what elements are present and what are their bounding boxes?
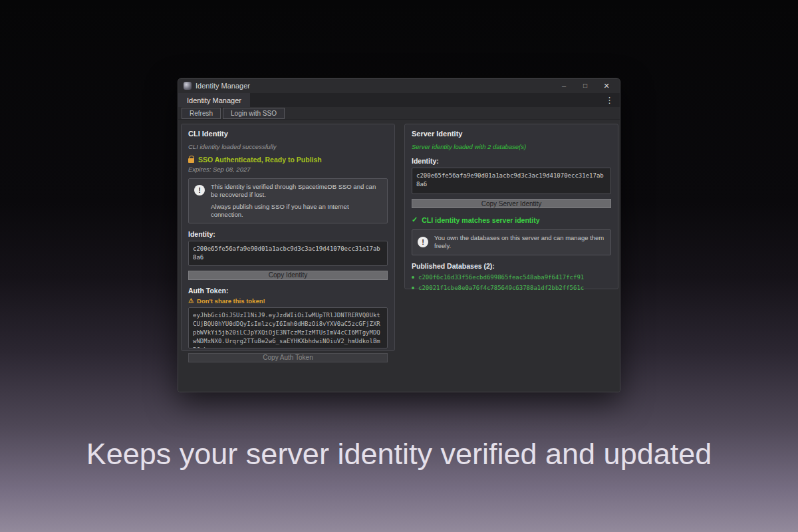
copy-identity-button[interactable]: Copy Identity xyxy=(188,271,388,280)
auth-token-value[interactable]: eyJhbGciOiJSUzI1NiJ9.eyJzdWIiOiIwMUpTRlJ… xyxy=(188,307,388,348)
cli-status-text: CLI identity loaded successfully xyxy=(188,143,388,150)
tab-strip: Identity Manager ⋮ xyxy=(178,93,620,107)
sso-info-line-1: This identity is verified through Spacet… xyxy=(211,183,382,200)
login-sso-button[interactable]: Login with SSO xyxy=(223,108,285,119)
window-title: Identity Manager xyxy=(196,82,250,90)
window-titlebar[interactable]: Identity Manager – □ ✕ xyxy=(178,78,620,93)
bullet-icon xyxy=(412,276,414,279)
bullet-icon xyxy=(412,287,414,289)
lock-icon xyxy=(188,158,194,163)
database-link[interactable]: c20021f1cbe8e0a76f4c785649c63788a1df2bb2… xyxy=(412,285,611,291)
toolbar: Refresh Login with SSO xyxy=(178,107,620,120)
caption-text: Keeps your server identity verified and … xyxy=(0,437,798,471)
cli-identity-value[interactable]: c200e65fe56afa9e90d01a1acbc9d3c3ac19d410… xyxy=(188,241,388,265)
minimize-button[interactable]: – xyxy=(553,78,575,93)
refresh-button[interactable]: Refresh xyxy=(182,108,221,119)
window-controls: – □ ✕ xyxy=(553,78,617,93)
identity-manager-window: Identity Manager – □ ✕ Identity Manager … xyxy=(178,78,620,392)
server-identity-label: Identity: xyxy=(412,157,611,165)
close-button[interactable]: ✕ xyxy=(596,78,617,93)
app-icon xyxy=(184,82,192,90)
sso-status-line: SSO Authenticated, Ready to Publish xyxy=(188,156,388,164)
window-content: CLI Identity CLI identity loaded success… xyxy=(178,120,620,392)
sso-info-line-2: Always publish using SSO if you have an … xyxy=(211,203,382,219)
auth-token-label: Auth Token: xyxy=(188,287,388,295)
server-identity-value[interactable]: c200e65fe56afa9e90d01a1acbc9d3c3ac19d410… xyxy=(412,168,611,194)
ownership-info-text: You own the databases on this server and… xyxy=(434,234,605,251)
cli-identity-label: Identity: xyxy=(188,230,388,238)
published-databases-label: Published Databases (2): xyxy=(412,262,611,270)
cli-panel-title: CLI Identity xyxy=(188,130,388,138)
expires-text: Expires: Sep 08, 2027 xyxy=(188,166,388,173)
server-status-text: Server identity loaded with 2 database(s… xyxy=(412,143,611,150)
check-icon: ✓ xyxy=(412,215,418,224)
maximize-button[interactable]: □ xyxy=(575,78,596,93)
database-hash[interactable]: c200f6c16d33f56ecbd699865feac548aba9f641… xyxy=(418,274,584,281)
database-link[interactable]: c200f6c16d33f56ecbd699865feac548aba9f641… xyxy=(412,274,611,281)
tab-identity-manager[interactable]: Identity Manager xyxy=(178,93,250,107)
page-background: Identity Manager – □ ✕ Identity Manager … xyxy=(0,0,798,532)
sso-status-text: SSO Authenticated, Ready to Publish xyxy=(198,156,322,164)
exclamation-circle-icon: ! xyxy=(194,185,205,196)
database-hash[interactable]: c20021f1cbe8e0a76f4c785649c63788a1df2bb2… xyxy=(418,285,584,291)
ownership-info-box: ! You own the databases on this server a… xyxy=(412,229,611,255)
overflow-menu-icon[interactable]: ⋮ xyxy=(605,93,614,107)
server-panel-title: Server Identity xyxy=(412,130,611,138)
warning-icon: ⚠ xyxy=(188,297,194,304)
identity-match-line: ✓ CLI identity matches server identity xyxy=(412,215,611,224)
token-warning-text: Don't share this token! xyxy=(197,297,265,305)
exclamation-circle-icon: ! xyxy=(418,237,428,247)
copy-auth-token-button[interactable]: Copy Auth Token xyxy=(188,353,388,362)
sso-info-text: This identity is verified through Spacet… xyxy=(211,183,382,219)
token-warning-line: ⚠ Don't share this token! xyxy=(188,297,388,305)
cli-identity-panel: CLI Identity CLI identity loaded success… xyxy=(181,124,395,351)
copy-server-identity-button[interactable]: Copy Server Identity xyxy=(412,199,611,208)
identity-match-text: CLI identity matches server identity xyxy=(422,216,539,224)
sso-info-box: ! This identity is verified through Spac… xyxy=(188,178,388,223)
server-identity-panel: Server Identity Server identity loaded w… xyxy=(404,124,618,289)
